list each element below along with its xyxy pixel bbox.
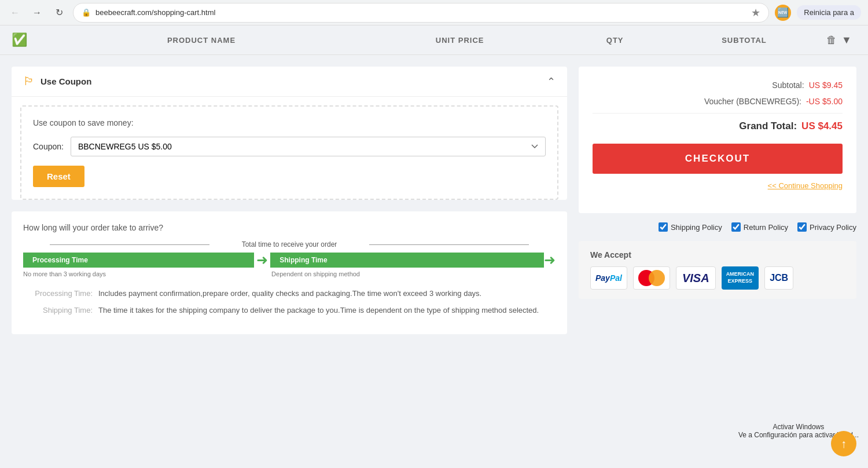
arrow-end-icon: ➜: [544, 252, 556, 268]
visa-icon: VISA: [676, 266, 716, 290]
voucher-value: -US $5.00: [806, 97, 843, 106]
header-qty: QTY: [563, 36, 667, 45]
url-text: beebeecraft.com/shopping-cart.html: [95, 8, 215, 17]
processing-detail-label: Processing Time:: [23, 289, 93, 298]
amex-icon: AMERICANEXPRESS: [722, 266, 759, 290]
policies: Shipping Policy Return Policy Privacy Po…: [579, 222, 856, 232]
privacy-policy-checkbox[interactable]: [797, 222, 807, 232]
header-subtotal: SUBTOTAL: [667, 36, 822, 45]
shipping-sublabel: Dependent on shipping method: [271, 270, 556, 277]
back-button[interactable]: ←: [7, 5, 23, 21]
extension-button[interactable]: 🆕: [775, 5, 791, 21]
mc-circle-right: [649, 270, 665, 286]
coupon-select[interactable]: BBCNEWREG5 US $5.00: [71, 137, 546, 156]
shipping-question: How long will your order take to arrive?: [23, 223, 556, 232]
browser-chrome: ← → ↻ 🔒 beebeecraft.com/shopping-cart.ht…: [0, 0, 868, 25]
main-layout: 🏳 Use Coupon ⌃ Use coupon to save money:…: [0, 55, 868, 346]
paypal-text: PayPal: [595, 273, 622, 283]
shipping-detail-label: Shipping Time:: [23, 306, 93, 315]
coupon-label: Coupon:: [33, 142, 64, 151]
reinicia-button[interactable]: Reinicia para a: [797, 5, 861, 20]
subtotal-label: Subtotal:: [772, 81, 804, 90]
coupon-title: Use Coupon: [41, 76, 91, 86]
paypal-icon: PayPal: [590, 266, 627, 290]
continue-shopping-link[interactable]: << Continue Shopping: [768, 181, 843, 190]
right-panel: Subtotal: US $9.45 Voucher (BBCNEWREG5):…: [579, 67, 856, 299]
chevron-up-icon[interactable]: ⌃: [547, 75, 556, 88]
return-policy-label: Return Policy: [744, 223, 788, 232]
coupon-body: Use coupon to save money: Coupon: BBCNEW…: [20, 105, 558, 200]
coupon-icon: 🏳: [23, 75, 35, 88]
forward-button[interactable]: →: [29, 5, 45, 21]
header-checkbox-col: ✅: [12, 32, 46, 47]
processing-detail: Processing Time: Includes payment confir…: [23, 289, 556, 298]
amex-text: AMERICANEXPRESS: [726, 271, 755, 284]
grand-total-value: US $4.45: [801, 120, 843, 132]
processing-detail-text: Includes payment confirmation,prepare or…: [98, 289, 556, 298]
shipping-policy-label: Shipping Policy: [671, 223, 722, 232]
subtotal-row: Subtotal: US $9.45: [593, 81, 843, 90]
voucher-label: Voucher (BBCNEWREG5):: [704, 97, 801, 106]
arrow-icon: ➜: [256, 252, 268, 268]
summary-divider: [593, 113, 843, 114]
processing-bar: Processing Time: [23, 253, 254, 268]
paypal-pal: Pal: [610, 273, 622, 283]
payment-section: We Accept PayPal VISA AMERICANEXPR: [579, 241, 856, 299]
order-summary: Subtotal: US $9.45 Voucher (BBCNEWREG5):…: [579, 67, 856, 213]
payment-icons: PayPal VISA AMERICANEXPRESS JCB: [590, 266, 845, 290]
voucher-row: Voucher (BBCNEWREG5): -US $5.00: [593, 97, 843, 106]
timeline-total-label: Total time to receive your order: [23, 240, 556, 248]
shipping-detail: Shipping Time: The time it takes for the…: [23, 306, 556, 315]
return-policy-item[interactable]: Return Policy: [731, 222, 788, 232]
subtotal-value: US $9.45: [809, 81, 843, 90]
grand-total-row: Grand Total: US $4.45: [593, 120, 843, 132]
checkout-button[interactable]: CHECKOUT: [593, 144, 843, 174]
coupon-header: 🏳 Use Coupon ⌃: [12, 67, 567, 97]
reset-button[interactable]: Reset: [33, 166, 84, 187]
coupon-header-left: 🏳 Use Coupon: [23, 75, 91, 88]
payment-title: We Accept: [590, 250, 845, 259]
shipping-policy-item[interactable]: Shipping Policy: [659, 222, 722, 232]
privacy-policy-item[interactable]: Privacy Policy: [797, 222, 856, 232]
address-bar[interactable]: 🔒 beebeecraft.com/shopping-cart.html ★: [73, 3, 769, 23]
coupon-save-text: Use coupon to save money:: [33, 118, 546, 127]
header-product-name: PRODUCT NAME: [46, 36, 356, 45]
privacy-policy-label: Privacy Policy: [810, 223, 856, 232]
bookmark-icon[interactable]: ★: [751, 6, 760, 19]
mastercard-icon: [633, 266, 670, 290]
shipping-info: How long will your order take to arrive?…: [12, 211, 567, 334]
security-icon: 🔒: [82, 8, 91, 17]
timeline-sublabels: No more than 3 working days Dependent on…: [23, 270, 556, 277]
processing-sublabel: No more than 3 working days: [23, 270, 260, 277]
header-unit-price: UNIT PRICE: [356, 36, 563, 45]
timeline-container: Total time to receive your order Process…: [23, 240, 556, 277]
left-panel: 🏳 Use Coupon ⌃ Use coupon to save money:…: [12, 67, 567, 334]
continue-shopping-container: << Continue Shopping: [593, 181, 843, 190]
cart-table-header: ✅ PRODUCT NAME UNIT PRICE QTY SUBTOTAL 🗑…: [0, 25, 868, 55]
grand-total-label: Grand Total:: [739, 120, 797, 132]
shipping-policy-checkbox[interactable]: [659, 222, 668, 232]
paypal-pay: Pay: [595, 273, 610, 283]
shipping-detail-text: The time it takes for the shipping compa…: [98, 306, 556, 315]
jcb-icon: JCB: [764, 266, 793, 290]
header-actions: 🗑 ▼: [822, 34, 856, 46]
reload-button[interactable]: ↻: [51, 5, 67, 21]
return-policy-checkbox[interactable]: [731, 222, 741, 232]
coupon-section: 🏳 Use Coupon ⌃ Use coupon to save money:…: [12, 67, 567, 200]
timeline-bars: Processing Time ➜ Shipping Time ➜: [23, 252, 556, 268]
shipping-bar: Shipping Time: [270, 253, 544, 268]
coupon-row: Coupon: BBCNEWREG5 US $5.00: [33, 137, 546, 156]
